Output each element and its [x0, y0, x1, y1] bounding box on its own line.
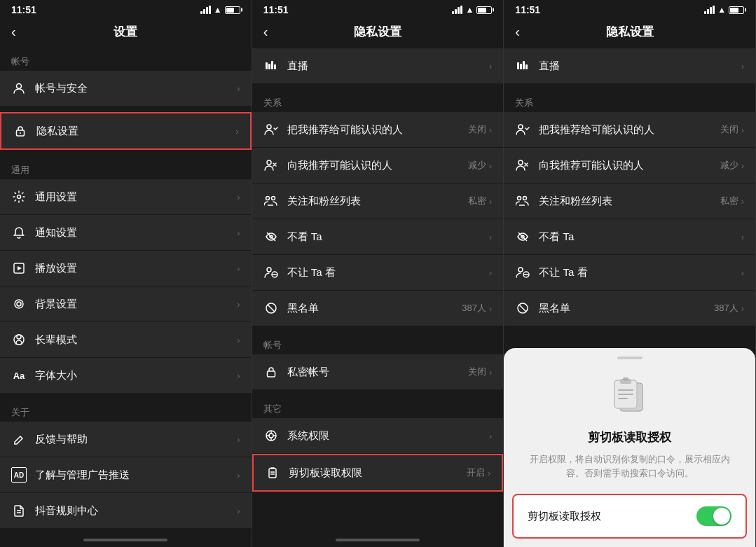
list-item-block-3[interactable]: 不让 Ta 看 ›: [504, 255, 755, 291]
status-time-2: 11:51: [263, 4, 289, 15]
list-item-recommend-me-3[interactable]: 把我推荐给可能认识的人 关闭 ›: [504, 112, 755, 148]
clipboard-label: 剪切板读取权限: [289, 466, 467, 480]
list-item-clipboard[interactable]: 剪切板读取权限 开启 ›: [252, 454, 504, 492]
live-label-3: 直播: [539, 60, 741, 73]
private-account-right: 关闭 ›: [468, 366, 492, 378]
background-label: 背景设置: [35, 298, 237, 311]
svg-point-16: [267, 160, 271, 165]
chevron-icon: ›: [488, 468, 490, 478]
back-button-2[interactable]: ‹: [263, 24, 268, 40]
list-item-background[interactable]: 背景设置 ›: [0, 286, 252, 322]
section-label-other: 其它: [252, 396, 504, 418]
edit-icon: [11, 431, 27, 447]
chevron-icon: ›: [237, 228, 240, 238]
list-item-follow-fans[interactable]: 关注和粉丝列表 私密 ›: [252, 184, 504, 219]
list-item-ad-manage[interactable]: AD 了解与管理广告推送 ›: [0, 457, 252, 493]
list-item-system-perm[interactable]: 系统权限 ›: [252, 418, 504, 454]
rules-icon: [11, 503, 27, 518]
battery-icon-2: [476, 6, 492, 14]
list-item-feedback[interactable]: 反馈与帮助 ›: [0, 422, 252, 457]
panel-privacy: 11:51 ▲ ‹ 隐私设置: [252, 0, 504, 547]
follow-fans-icon: [263, 193, 279, 209]
svg-point-5: [15, 300, 23, 308]
svg-point-42: [518, 197, 521, 200]
nosee-label: 不看 Ta: [287, 230, 489, 244]
recommend-to-me-icon-3: [515, 158, 530, 173]
live-label: 直播: [287, 60, 489, 73]
list-item-general-settings[interactable]: 通用设置 ›: [0, 179, 252, 215]
chevron-icon: ›: [741, 303, 744, 314]
follow-fans-icon-3: [515, 193, 530, 209]
recommend-to-me-status: 减少: [468, 159, 486, 172]
chevron-icon: ›: [489, 232, 492, 242]
modal-desc: 开启权限，将自动识别你复制的口令，展示相应内容。否则需手动搜索口令访问。: [504, 452, 755, 480]
chevron-icon: ›: [489, 303, 492, 314]
home-indicator-2: [252, 533, 504, 547]
list-item-account-security[interactable]: 帐号与安全 ›: [0, 71, 252, 106]
list-item-nosee[interactable]: 不看 Ta ›: [252, 219, 504, 255]
svg-rect-54: [623, 378, 628, 381]
svg-point-3: [18, 195, 21, 199]
list-item-live-3[interactable]: 直播 ›: [504, 48, 755, 84]
svg-point-17: [266, 197, 269, 200]
chevron-icon: ›: [489, 367, 492, 378]
chevron-icon: ›: [489, 196, 492, 207]
blacklist-right-3: 387人 ›: [714, 302, 744, 314]
header-2: ‹ 隐私设置: [252, 18, 504, 48]
list-item-rules[interactable]: 抖音规则中心 ›: [0, 493, 252, 529]
list-item-recommend-to-me[interactable]: 向我推荐可能认识的人 减少 ›: [252, 148, 504, 184]
list-item-nosee-3[interactable]: 不看 Ta ›: [504, 219, 755, 255]
status-icons-2: ▲: [452, 5, 492, 15]
svg-rect-26: [267, 371, 275, 377]
blacklist-label-3: 黑名单: [539, 302, 714, 315]
account-security-label: 帐号与安全: [35, 82, 237, 95]
private-account-status: 关闭: [468, 366, 486, 378]
svg-rect-39: [525, 64, 528, 69]
recommend-me-label-3: 把我推荐给可能认识的人: [539, 123, 720, 137]
back-button-1[interactable]: ‹: [11, 24, 16, 40]
status-time-1: 11:51: [11, 4, 36, 15]
recommend-me-icon-3: [515, 122, 530, 137]
list-item-elder-mode[interactable]: 长辈模式 ›: [0, 322, 252, 358]
list-item-live[interactable]: 直播 ›: [252, 48, 504, 84]
nosee-icon: [263, 229, 279, 244]
list-item-notification[interactable]: 通知设置 ›: [0, 215, 252, 251]
list-item-blacklist-3[interactable]: 黑名单 387人 ›: [504, 291, 755, 326]
list-item-follow-fans-3[interactable]: 关注和粉丝列表 私密 ›: [504, 184, 755, 219]
list-item-playback[interactable]: 播放设置 ›: [0, 251, 252, 286]
list-item-block[interactable]: 不让 Ta 看 ›: [252, 255, 504, 291]
chevron-icon: ›: [489, 61, 492, 71]
list-item-recommend-to-me-3[interactable]: 向我推荐可能认识的人 减少 ›: [504, 148, 755, 184]
back-button-3[interactable]: ‹: [515, 24, 520, 40]
list-item-font-size[interactable]: Aa 字体大小 ›: [0, 358, 252, 394]
svg-point-21: [267, 268, 271, 272]
follow-fans-label-3: 关注和粉丝列表: [539, 195, 720, 208]
privacy-settings-label: 隐私设置: [36, 125, 235, 138]
general-settings-label: 通用设置: [35, 191, 237, 204]
ad-manage-label: 了解与管理广告推送: [35, 469, 237, 482]
list-item-private-account[interactable]: 私密帐号 关闭 ›: [252, 354, 504, 390]
section-label-about: 关于: [0, 399, 252, 422]
list-item-blacklist[interactable]: 黑名单 387人 ›: [252, 291, 504, 326]
chevron-icon: ›: [741, 268, 744, 278]
list-item-recommend-me[interactable]: 把我推荐给可能认识的人 关闭 ›: [252, 112, 504, 148]
svg-point-15: [267, 125, 271, 129]
recommend-me-right-3: 关闭 ›: [720, 123, 744, 136]
settings-list: 帐号 帐号与安全 › 隐私设置 ›: [0, 48, 252, 533]
modal-toggle-row[interactable]: 剪切板读取授权: [512, 494, 747, 539]
clipboard-right: 开启 ›: [467, 466, 490, 479]
list-item-privacy[interactable]: 隐私设置 ›: [0, 112, 252, 150]
blacklist-label: 黑名单: [287, 302, 462, 315]
chevron-icon: ›: [741, 232, 744, 242]
modal-handle: [617, 356, 642, 359]
follow-fans-right-3: 私密 ›: [720, 195, 744, 207]
rules-label: 抖音规则中心: [35, 504, 237, 518]
toggle-clipboard[interactable]: [696, 506, 731, 526]
live-icon: [263, 58, 279, 74]
block-label-3: 不让 Ta 看: [539, 266, 741, 279]
font-size-label: 字体大小: [35, 369, 237, 382]
nosee-icon-3: [515, 229, 530, 244]
chevron-icon: ›: [489, 268, 492, 278]
svg-rect-13: [271, 61, 273, 69]
recommend-me-status: 关闭: [468, 123, 486, 136]
